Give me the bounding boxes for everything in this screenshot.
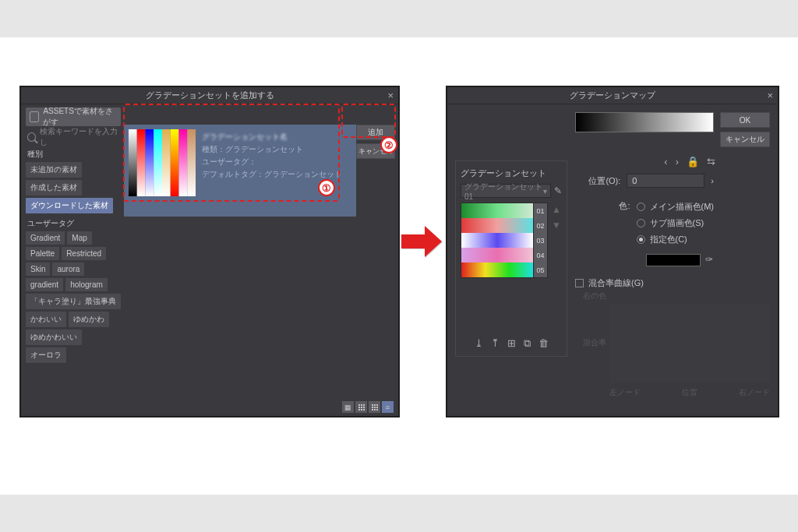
user-tag-10[interactable]: ゆめかわ xyxy=(69,312,109,327)
color-swatch[interactable] xyxy=(646,254,701,266)
gradient-meta: グラデーションセット名 種類：グラデーションセット ユーザータグ： デフォルトタ… xyxy=(202,129,342,212)
search-placeholder: 検索キーワードを入力し xyxy=(40,126,119,148)
axis-bottom-left: 左ノード xyxy=(609,387,641,398)
gradient-set-panel: グラデーションセット グラデーションセット01▾ ✎ 0102030405 ▲ … xyxy=(455,160,567,357)
gradient-strip-2[interactable]: 03 xyxy=(461,233,547,248)
duplicate-icon[interactable]: ⧉ xyxy=(524,337,531,350)
ok-button[interactable]: OK xyxy=(720,112,770,128)
user-tag-7[interactable]: hologram xyxy=(65,278,108,291)
move-up-icon[interactable]: ▲ xyxy=(552,204,561,215)
user-tag-4[interactable]: Skin xyxy=(26,262,50,276)
gradient-thumbnail xyxy=(129,129,196,196)
gradient-preview-card[interactable]: グラデーションセット名 種類：グラデーションセット ユーザータグ： デフォルトタ… xyxy=(124,125,356,217)
main-area: グラデーションセット名 種類：グラデーションセット ユーザータグ： デフォルトタ… xyxy=(124,104,398,416)
dialog-title: グラデーションセットを追加する xyxy=(146,90,274,101)
arrow-icon xyxy=(401,226,443,257)
page-bottom-bar xyxy=(0,495,798,532)
user-tag-11[interactable]: ゆめかわいい xyxy=(26,329,82,345)
position-label: 位置(O): xyxy=(588,175,620,187)
kind-tag-0[interactable]: 未追加の素材 xyxy=(26,162,82,178)
dialog-titlebar: グラデーションマップ × xyxy=(447,87,778,104)
next-icon[interactable]: › xyxy=(676,156,679,167)
section-usertag-header: ユーザータグ xyxy=(27,218,121,229)
kind-tags: 未追加の素材作成した素材ダウンロードした素材 xyxy=(26,162,121,213)
close-icon[interactable]: × xyxy=(387,90,394,101)
prev-icon[interactable]: ‹ xyxy=(664,156,667,167)
axis-bottom-right: 右ノード xyxy=(739,387,770,398)
radio-main[interactable]: メイン描画色(M) xyxy=(637,199,715,215)
assets-label: ASSETSで素材をさがす xyxy=(43,106,117,128)
kind-tag-2[interactable]: ダウンロードした素材 xyxy=(26,198,113,213)
view-small-icon[interactable] xyxy=(369,401,380,413)
axis-bottom-center: 位置 xyxy=(682,387,697,398)
user-tags: GradientMapPaletteRestrictedSkinauroragr… xyxy=(26,231,121,363)
gradient-set-dropdown[interactable]: グラデーションセット01▾ xyxy=(461,184,551,198)
cancel-button[interactable]: キャンセル xyxy=(720,132,770,147)
reorder-arrows: ▲ ▼ xyxy=(551,203,562,278)
user-tag-3[interactable]: Restricted xyxy=(62,247,106,260)
radio-sub[interactable]: サブ描画色(S) xyxy=(637,215,715,231)
delete-icon[interactable]: 🗑 xyxy=(538,337,549,350)
user-tag-6[interactable]: gradient xyxy=(26,278,63,291)
meta-line-0: 種類：グラデーションセット xyxy=(202,143,342,156)
position-input[interactable]: 0 xyxy=(627,174,704,188)
user-tag-8[interactable]: 「キャラ塗り」最強事典 xyxy=(26,294,121,309)
color-radio-group: メイン描画色(M) サブ描画色(S) 指定色(C) ✑ xyxy=(637,199,715,268)
user-tag-2[interactable]: Palette xyxy=(26,247,59,260)
assets-search-bar[interactable]: ASSETSで素材をさがす xyxy=(26,107,121,126)
lock-icon[interactable]: 🔒 xyxy=(687,156,699,167)
wand-icon[interactable]: ✎ xyxy=(554,185,562,196)
assets-icon xyxy=(30,111,39,122)
axis-mid: 混合率 xyxy=(575,337,606,348)
user-tag-1[interactable]: Map xyxy=(67,231,91,245)
gradient-map-dialog: グラデーションマップ × グラデーションセット グラデーションセット01▾ ✎ … xyxy=(446,86,779,417)
user-tag-9[interactable]: かわいい xyxy=(26,312,66,327)
radio-spec[interactable]: 指定色(C) xyxy=(637,231,715,248)
add-gradient-set-dialog: グラデーションセットを追加する × ASSETSで素材をさがす 検索キーワードを… xyxy=(19,86,400,417)
import-icon[interactable]: ⤓ xyxy=(475,337,483,350)
position-step-icon[interactable]: › xyxy=(711,176,714,185)
dialog-title: グラデーションマップ xyxy=(570,90,655,101)
mix-curve-label: 混合率曲線(G) xyxy=(588,277,644,289)
curve-editor xyxy=(609,303,770,384)
section-kind-header: 種別 xyxy=(27,149,121,160)
view-grid-icon[interactable] xyxy=(355,401,367,413)
export-icon[interactable]: ⤒ xyxy=(491,337,500,350)
new-icon[interactable]: ⊞ xyxy=(507,337,516,350)
keyword-search[interactable]: 検索キーワードを入力し xyxy=(26,129,121,146)
meta-line-1: ユーザータグ： xyxy=(202,156,342,168)
mix-curve-checkbox[interactable] xyxy=(575,279,584,287)
gradient-strip-1[interactable]: 02 xyxy=(461,218,547,233)
gradient-strip-list: 0102030405 xyxy=(461,203,548,278)
gradient-strip-4[interactable]: 05 xyxy=(461,262,547,277)
swap-icon[interactable]: ⇆ xyxy=(707,156,715,167)
gradient-set-tools: ⤓ ⤒ ⊞ ⧉ 🗑 xyxy=(461,337,562,350)
meta-line-2: デフォルトタグ：グラデーションセット xyxy=(202,168,342,181)
user-tag-5[interactable]: aurora xyxy=(52,262,84,276)
user-tag-12[interactable]: オーロラ xyxy=(26,347,66,363)
gradient-strip-3[interactable]: 04 xyxy=(461,248,547,262)
view-large-icon[interactable]: ▦ xyxy=(342,401,354,413)
gradient-strip-0[interactable]: 01 xyxy=(461,203,547,218)
add-button[interactable]: 追加 xyxy=(356,125,395,140)
sidebar: ASSETSで素材をさがす 検索キーワードを入力し 種別 未追加の素材作成した素… xyxy=(21,104,124,416)
search-icon xyxy=(27,132,36,142)
eyedropper-icon[interactable]: ✑ xyxy=(705,251,713,269)
move-down-icon[interactable]: ▼ xyxy=(552,220,561,231)
kind-tag-1[interactable]: 作成した素材 xyxy=(26,180,82,196)
page-top-bar xyxy=(0,0,798,37)
dialog-titlebar: グラデーションセットを追加する × xyxy=(21,87,398,104)
cancel-button[interactable]: キャンセル xyxy=(356,143,395,159)
user-tag-0[interactable]: Gradient xyxy=(26,231,65,245)
gradient-set-label: グラデーションセット xyxy=(461,167,562,179)
gradient-preview-bar[interactable] xyxy=(575,112,714,132)
view-list-icon[interactable]: ≡ xyxy=(382,401,394,413)
view-mode-icons: ▦ ≡ xyxy=(342,401,394,413)
gradient-name: グラデーションセット名 xyxy=(202,131,342,143)
color-label: 色: xyxy=(619,199,630,212)
axis-left: 右の色 xyxy=(575,291,606,301)
close-icon[interactable]: × xyxy=(767,90,773,101)
